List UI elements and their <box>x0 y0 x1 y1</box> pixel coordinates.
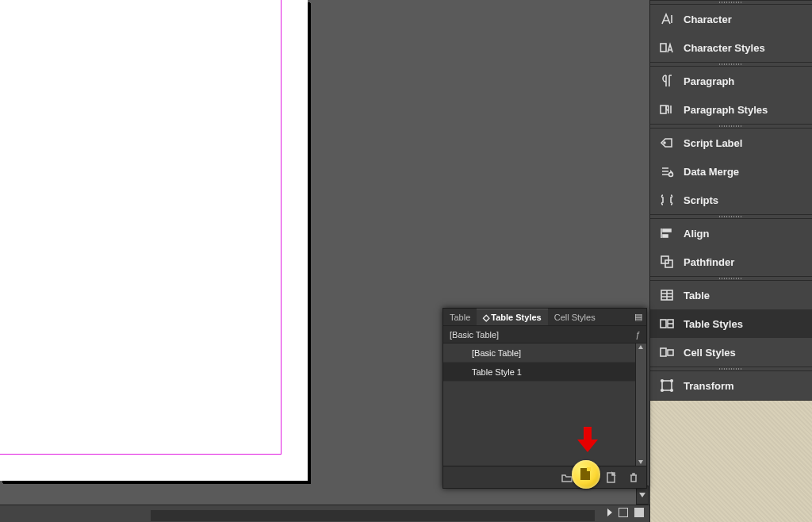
pathfinder-icon <box>658 253 676 271</box>
play-icon[interactable] <box>607 509 612 516</box>
tab-label: Table Styles <box>491 313 541 322</box>
styles-list: [Basic Table] Table Style 1 <box>443 344 646 466</box>
panel-item-table-styles[interactable]: Table Styles <box>650 309 812 338</box>
scrollbar-horizontal[interactable] <box>151 510 595 521</box>
svg-point-17 <box>671 390 673 392</box>
panel-item-paragraph[interactable]: Paragraph <box>650 67 812 95</box>
panel-item-label: Table <box>684 290 710 301</box>
svg-rect-0 <box>661 44 666 52</box>
tab-label: Table <box>450 313 470 322</box>
panel-item-table[interactable]: Table <box>650 281 812 309</box>
data-merge-icon <box>658 163 676 180</box>
panel-item-label: Character Styles <box>684 42 765 54</box>
panel-item-label: Pathfinder <box>684 256 734 268</box>
svg-rect-13 <box>662 381 672 390</box>
panel-item-character[interactable]: Character <box>650 5 812 33</box>
svg-point-15 <box>671 380 673 382</box>
panel-item-cell-styles[interactable]: Cell Styles <box>650 338 812 367</box>
table-icon <box>658 286 676 304</box>
view-mode-normal-icon[interactable] <box>619 508 628 517</box>
sort-icon: ◇ <box>483 313 489 323</box>
panel-item-label: Character <box>684 13 732 25</box>
tab-table-styles[interactable]: ◇Table Styles <box>477 309 547 325</box>
panel-tabs: Table ◇Table Styles Cell Styles ▤ <box>443 309 646 326</box>
scripts-icon <box>658 191 676 209</box>
svg-rect-1 <box>661 106 666 113</box>
panel-item-paragraph-styles[interactable]: Paragraph Styles <box>650 95 812 124</box>
new-style-icon <box>580 468 590 480</box>
panel-item-label: Script Label <box>684 137 742 149</box>
document-canvas[interactable] <box>0 0 317 492</box>
panel-item-label: Align <box>684 228 710 240</box>
panel-item-label: Paragraph Styles <box>684 104 768 116</box>
table-styles-panel: Table ◇Table Styles Cell Styles ▤ [Basic… <box>442 308 647 489</box>
current-style-row: [Basic Table] ƒ <box>443 326 646 344</box>
panel-item-transform[interactable]: Transform <box>650 371 812 400</box>
svg-point-14 <box>661 380 664 382</box>
style-row-label: Table Style 1 <box>472 367 522 377</box>
tab-table[interactable]: Table <box>443 309 477 325</box>
svg-point-16 <box>661 390 664 392</box>
panel-item-scripts[interactable]: Scripts <box>650 186 812 214</box>
tab-cell-styles[interactable]: Cell Styles <box>548 309 602 325</box>
cell-styles-icon <box>658 344 676 361</box>
panel-item-label: Scripts <box>684 194 718 206</box>
page[interactable] <box>0 0 308 481</box>
paragraph-icon <box>658 72 676 90</box>
svg-rect-9 <box>661 320 666 328</box>
svg-rect-11 <box>661 348 666 356</box>
panel-dock-texture <box>650 400 812 522</box>
status-bar <box>0 505 650 522</box>
current-style-label: [Basic Table] <box>450 330 499 340</box>
panel-item-label: Paragraph <box>684 75 734 87</box>
page-margin-guide <box>0 0 282 455</box>
panel-item-pathfinder[interactable]: Pathfinder <box>650 248 812 276</box>
panel-item-data-merge[interactable]: Data Merge <box>650 157 812 186</box>
align-icon <box>658 225 676 242</box>
svg-point-2 <box>664 142 665 144</box>
script-label-icon <box>658 134 676 152</box>
style-row-label: [Basic Table] <box>472 348 521 358</box>
table-styles-icon <box>658 315 676 332</box>
paragraph-styles-icon <box>658 101 676 118</box>
panel-item-script-label[interactable]: Script Label <box>650 129 812 157</box>
panel-item-label: Cell Styles <box>684 347 736 359</box>
delete-style-button[interactable] <box>624 470 643 486</box>
annotation-highlight <box>572 460 600 489</box>
panel-item-label: Table Styles <box>684 318 743 330</box>
panel-footer <box>443 466 646 488</box>
character-icon <box>658 10 676 28</box>
svg-rect-12 <box>668 350 673 355</box>
transform-icon <box>658 377 676 394</box>
create-new-style-button[interactable] <box>602 470 621 486</box>
panel-item-character-styles[interactable]: Character Styles <box>650 33 812 62</box>
panel-item-label: Data Merge <box>684 166 739 178</box>
style-row[interactable]: [Basic Table] <box>443 344 646 363</box>
quick-apply-icon[interactable]: ƒ <box>635 330 640 340</box>
svg-rect-5 <box>663 235 668 237</box>
svg-rect-4 <box>663 229 671 232</box>
style-row[interactable]: Table Style 1 <box>443 363 646 382</box>
panel-item-align[interactable]: Align <box>650 219 812 248</box>
panel-scrollbar[interactable] <box>635 344 646 466</box>
panel-menu-icon[interactable]: ▤ <box>630 312 646 322</box>
character-styles-icon <box>658 39 676 56</box>
right-panel-strip: Character Character Styles Paragraph Par… <box>649 0 812 522</box>
tab-label: Cell Styles <box>554 313 596 322</box>
view-mode-preview-icon[interactable] <box>634 508 644 517</box>
panel-item-label: Transform <box>684 380 734 392</box>
